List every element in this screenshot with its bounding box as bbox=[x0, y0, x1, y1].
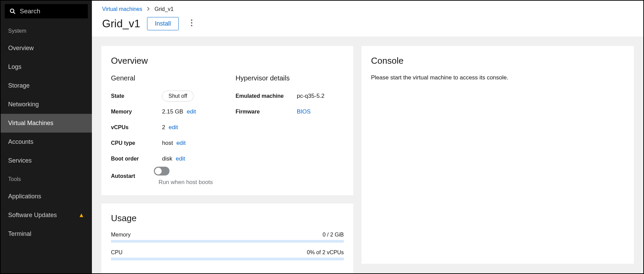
state-label: State bbox=[111, 93, 162, 99]
nav-group-label-system: System bbox=[1, 22, 92, 39]
sidebar-item-label: Software Updates bbox=[8, 212, 57, 219]
general-heading: General bbox=[111, 74, 219, 82]
emulated-row: Emulated machine pc-q35-5.2 bbox=[236, 88, 344, 104]
sidebar-item-label: Accounts bbox=[8, 138, 33, 146]
memory-edit-link[interactable]: edit bbox=[187, 108, 196, 115]
sidebar-item-label: Services bbox=[8, 157, 32, 164]
usage-cpu-value: 0% of 2 vCPUs bbox=[307, 249, 344, 256]
sidebar-item-label: Terminal bbox=[8, 230, 31, 238]
kebab-icon bbox=[191, 19, 193, 29]
usage-title: Usage bbox=[111, 213, 344, 224]
usage-cpu-bar bbox=[111, 258, 344, 260]
firmware-link[interactable]: BIOS bbox=[297, 108, 311, 115]
usage-memory-bar bbox=[111, 240, 344, 243]
warning-icon: ▲ bbox=[78, 212, 84, 219]
vcpus-row: vCPUs 2 edit bbox=[111, 120, 219, 135]
autostart-row: Autostart Run when host boots bbox=[111, 167, 219, 186]
breadcrumb-parent[interactable]: Virtual machines bbox=[102, 6, 142, 12]
vcpus-edit-link[interactable]: edit bbox=[168, 124, 178, 131]
autostart-label: Autostart bbox=[111, 173, 154, 179]
svg-line-1 bbox=[13, 12, 15, 14]
usage-memory-value: 0 / 2 GiB bbox=[323, 232, 344, 238]
sidebar-item-overview[interactable]: Overview bbox=[1, 39, 92, 58]
search-input[interactable] bbox=[20, 7, 83, 15]
overview-card: Overview General State Shut off Memory 2… bbox=[101, 46, 353, 195]
overview-title: Overview bbox=[111, 56, 344, 66]
state-badge: Shut off bbox=[162, 91, 194, 102]
svg-point-3 bbox=[191, 22, 192, 23]
right-column: Console Please start the virtual machine… bbox=[361, 46, 634, 264]
sidebar: System Overview Logs Storage Networking … bbox=[1, 1, 92, 273]
vcpus-label: vCPUs bbox=[111, 124, 162, 131]
firmware-row: Firmware BIOS bbox=[236, 104, 344, 120]
page-header: Virtual machines Grid_v1 Grid_v1 Install bbox=[92, 1, 643, 36]
install-button[interactable]: Install bbox=[147, 17, 179, 30]
boot-order-edit-link[interactable]: edit bbox=[176, 155, 185, 162]
breadcrumb-current: Grid_v1 bbox=[155, 6, 174, 12]
nav-group-label-tools: Tools bbox=[1, 170, 92, 187]
kebab-menu-button[interactable] bbox=[186, 18, 198, 30]
sidebar-item-label: Overview bbox=[8, 45, 34, 52]
sidebar-item-software-updates[interactable]: Software Updates ▲ bbox=[1, 206, 92, 225]
main: Virtual machines Grid_v1 Grid_v1 Install… bbox=[92, 1, 643, 273]
sidebar-item-networking[interactable]: Networking bbox=[1, 95, 92, 114]
autostart-description: Run when host boots bbox=[159, 179, 213, 186]
hypervisor-heading: Hypervisor details bbox=[236, 74, 344, 82]
sidebar-item-logs[interactable]: Logs bbox=[1, 58, 92, 76]
content: Overview General State Shut off Memory 2… bbox=[92, 36, 643, 273]
console-title: Console bbox=[371, 56, 624, 66]
chevron-right-icon bbox=[147, 6, 150, 12]
sidebar-item-label: Logs bbox=[8, 63, 21, 71]
titlebar: Grid_v1 Install bbox=[102, 17, 633, 30]
search-container bbox=[1, 1, 92, 22]
usage-card: Usage Memory 0 / 2 GiB CPU 0% of 2 vCPUs bbox=[101, 203, 353, 273]
state-row: State Shut off bbox=[111, 88, 219, 104]
sidebar-item-accounts[interactable]: Accounts bbox=[1, 133, 92, 151]
left-column: Overview General State Shut off Memory 2… bbox=[101, 46, 353, 264]
sidebar-item-label: Applications bbox=[8, 193, 41, 200]
sidebar-item-label: Virtual Machines bbox=[8, 120, 53, 127]
cpu-type-row: CPU type host edit bbox=[111, 135, 219, 151]
usage-memory-row: Memory 0 / 2 GiB bbox=[111, 232, 344, 243]
boot-order-value: disk bbox=[162, 155, 172, 162]
hypervisor-column: Hypervisor details Emulated machine pc-q… bbox=[236, 74, 344, 186]
page-title: Grid_v1 bbox=[102, 17, 140, 30]
boot-order-label: Boot order bbox=[111, 156, 162, 162]
sidebar-item-storage[interactable]: Storage bbox=[1, 76, 92, 95]
vcpus-value: 2 bbox=[162, 124, 165, 131]
memory-value: 2.15 GB bbox=[162, 108, 183, 115]
boot-order-row: Boot order disk edit bbox=[111, 151, 219, 167]
cpu-type-value: host bbox=[162, 140, 173, 147]
console-card: Console Please start the virtual machine… bbox=[361, 46, 634, 264]
sidebar-item-label: Storage bbox=[8, 82, 30, 89]
autostart-toggle[interactable] bbox=[154, 167, 170, 176]
sidebar-item-applications[interactable]: Applications bbox=[1, 187, 92, 206]
search-box[interactable] bbox=[5, 4, 88, 18]
breadcrumb: Virtual machines Grid_v1 bbox=[102, 6, 633, 12]
general-column: General State Shut off Memory 2.15 GB ed… bbox=[111, 74, 219, 186]
emulated-value: pc-q35-5.2 bbox=[297, 93, 324, 100]
sidebar-item-services[interactable]: Services bbox=[1, 151, 92, 170]
sidebar-item-label: Networking bbox=[8, 101, 39, 108]
sidebar-item-terminal[interactable]: Terminal bbox=[1, 225, 92, 243]
search-icon bbox=[10, 8, 16, 14]
sidebar-item-virtual-machines[interactable]: Virtual Machines bbox=[1, 114, 92, 133]
memory-row: Memory 2.15 GB edit bbox=[111, 104, 219, 120]
console-message: Please start the virtual machine to acce… bbox=[371, 74, 624, 81]
cpu-type-edit-link[interactable]: edit bbox=[176, 140, 186, 147]
cpu-type-label: CPU type bbox=[111, 140, 162, 146]
usage-cpu-row: CPU 0% of 2 vCPUs bbox=[111, 249, 344, 260]
firmware-label: Firmware bbox=[236, 109, 297, 115]
emulated-label: Emulated machine bbox=[236, 93, 297, 99]
svg-point-4 bbox=[191, 25, 192, 26]
memory-label: Memory bbox=[111, 109, 162, 115]
usage-cpu-label: CPU bbox=[111, 249, 123, 256]
svg-point-2 bbox=[191, 19, 192, 20]
usage-memory-label: Memory bbox=[111, 232, 131, 238]
